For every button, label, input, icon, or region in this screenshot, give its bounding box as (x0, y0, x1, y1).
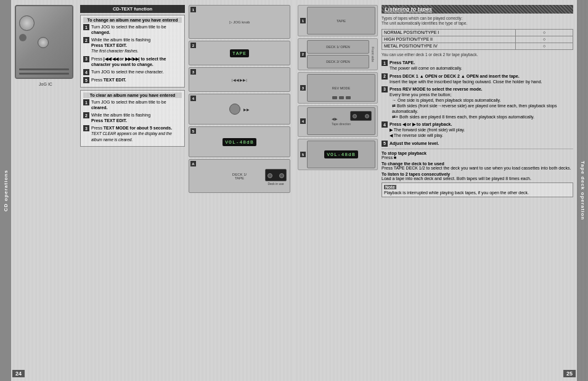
tape-step-num-4: 4 (382, 121, 388, 128)
stop-tape-title: To stop tape playback (382, 151, 573, 155)
step-1b: 1 Turn JOG to select the album title to … (83, 99, 182, 110)
tape-diag-row-2: 2 DECK 1/ OPEN DECK 2/ OPEN Front side (298, 38, 378, 70)
tape-step-text-1: Press TAPE. The power will come on autom… (390, 60, 462, 71)
listen-consecutive-section: To listen to 2 tapes consecutively Load … (382, 172, 573, 181)
tape-diag-device-5: VOL-48dB (307, 141, 375, 168)
step-text-5a: Press TEXT EDIT. (91, 77, 126, 83)
change-album-box: To change an album name you have entered… (80, 15, 185, 88)
change-deck-title: To change the deck to be used (382, 162, 573, 166)
cd-diag-badge-2: 2 (190, 43, 196, 48)
cd-diag-1: 1 ▷ JOG knob (189, 5, 290, 39)
step-num-1a: 1 (83, 24, 89, 30)
note-title: Note (384, 185, 396, 189)
stop-tape-section: To stop tape playback Press ■ (382, 151, 573, 160)
tape-diag-row-5: 5 VOL-48dB (298, 139, 378, 170)
tape-diag-device-3: REV MODE (307, 74, 375, 102)
step-3a: 3 Press |◀◀/◀◀ or ▶▶/▶▶| to select the c… (83, 56, 182, 67)
tape-step-num-1: 1 (382, 60, 388, 66)
step-text-2b: While the album title is flashing Press … (91, 112, 150, 123)
tape-diag-row-3: 3 REV MODE (298, 72, 378, 104)
step-text-1b: Turn JOG to select the album title to be… (91, 99, 182, 110)
page-right: 1 TAPE 2 DECK 1/ OPEN DECK 2/ OPEN Front… (294, 0, 588, 381)
page-number-left: 24 (12, 370, 25, 377)
step-text-3b: Press TEXT MODE for about 5 seconds. TEX… (91, 125, 182, 142)
tape-display-5: VOL-48dB (324, 150, 357, 158)
cd-diag-badge-1: 1 (190, 7, 196, 12)
step-num-2a: 2 (83, 37, 89, 43)
step-3b: 3 Press TEXT MODE for about 5 seconds. T… (83, 125, 182, 142)
step-num-1b: 1 (83, 99, 89, 105)
tape-diag-row-4: 4 ◀▶ Tape direction (298, 105, 378, 137)
step-5a: 5 Press TEXT EDIT. (83, 77, 182, 83)
tape-step-text-2: Press DECK 1 ▲ OPEN or DECK 2 ▲ OPEN and… (390, 73, 542, 84)
tape-header: Listening to tapes (382, 5, 573, 14)
tape-step-num-2: 2 (382, 73, 388, 80)
step-num-2b: 2 (83, 112, 89, 118)
right-sidebar: Tape deck operation (577, 0, 588, 381)
step-1a: 1 Turn JOG to select the album title to … (83, 24, 182, 35)
tape-symbol-3: ○ (516, 43, 573, 49)
front-side-label: Front side (370, 47, 375, 62)
step-2b: 2 While the album title is flashing Pres… (83, 112, 182, 123)
left-sidebar: CD operations (0, 0, 11, 381)
tape-step-1: 1 Press TAPE. The power will come on aut… (382, 60, 573, 71)
cd-diag-badge-4: 4 (190, 96, 196, 101)
stop-tape-text: Press ■ (382, 155, 573, 160)
step-num-5a: 5 (83, 77, 89, 83)
listen-text: Load a tape into each deck and select. B… (382, 176, 573, 181)
deck-in-use-label: Deck in use (265, 182, 287, 186)
cd-diag-2: 2 TAPE (189, 41, 290, 65)
change-album-title: To change an album name you have entered (83, 17, 182, 23)
tape-instructions-column: Listening to tapes Types of tapes which … (382, 5, 573, 376)
step-num-4a: 4 (83, 69, 89, 75)
change-deck-text: Press TAPE DECK 1/2 to select the deck y… (382, 166, 573, 170)
step-text-3a: Press |◀◀/◀◀ or ▶▶/▶▶| to select the cha… (91, 56, 182, 67)
tape-type-row-2: HIGH POSITION/TYPE II ○ (382, 36, 573, 43)
tape-operations-label: Tape deck operation (580, 161, 586, 220)
step-text-2a: While the album title is flashing Press … (91, 37, 150, 54)
cd-display-2: TAPE (230, 49, 249, 57)
clear-album-title: To clear an album name you have entered (83, 92, 182, 98)
tape-diag-label-1: TAPE (337, 19, 346, 23)
cd-diag-badge-a: A (190, 161, 196, 166)
note-text: Playback is interrupted while playing ba… (384, 190, 529, 195)
tape-diag-num-5: 5 (300, 152, 306, 157)
tape-diag-row-1: 1 TAPE (298, 5, 378, 36)
tape-diag-num-1: 1 (300, 18, 306, 23)
step-2a: 2 While the album title is flashing Pres… (83, 37, 182, 54)
tape-step-4: 4 Press ◀ or ▶ to start playback. ▶ The … (382, 121, 573, 138)
tape-step-num-3: 3 (382, 86, 388, 92)
tape-step-text-4: Press ◀ or ▶ to start playback. ▶ The fo… (390, 121, 465, 138)
cd-diag-3: 3 |◀◀ ▶▶| (189, 67, 290, 92)
tape-diag-device-4: ◀▶ Tape direction (307, 107, 375, 135)
note-box: Note Playback is interrupted while playi… (382, 182, 573, 197)
tape-direction-label: Tape direction (332, 122, 351, 126)
tape-step-3: 3 Press REV MODE to select the reverse m… (382, 86, 573, 120)
tape-symbol-1: ○ (516, 29, 573, 36)
cd-diag-badge-3: 3 (190, 69, 196, 75)
tape-diag-num-2: 2 (300, 52, 306, 57)
tape-diag-device-1: TAPE (307, 7, 375, 35)
tape-step-diagrams: 1 TAPE 2 DECK 1/ OPEN DECK 2/ OPEN Front… (298, 5, 378, 376)
step-num-3a: 3 (83, 56, 89, 62)
page-number-right: 25 (563, 370, 576, 377)
step-4a: 4 Turn JOG to select the new character. (83, 69, 182, 75)
tape-diag-deck2: DECK 2/ OPEN (307, 55, 369, 68)
cd-step-diagrams: 1 ▷ JOG knob 2 TAPE 3 |◀◀ ▶▶| 4 ▶▶ (189, 5, 290, 376)
cd-text-header: CD-TEXT function (80, 5, 185, 13)
tape-step-text-3: Press REV MODE to select the reverse mod… (390, 86, 573, 120)
tape-type-row-1: NORMAL POSITION/TYPE I ○ (382, 29, 573, 36)
tape-diag-deck1: DECK 1/ OPEN (307, 40, 369, 54)
tape-diag-num-4: 4 (300, 118, 306, 124)
tape-type-3: METAL POSITION/TYPE IV (382, 43, 516, 49)
tape-type-row-3: METAL POSITION/TYPE IV ○ (382, 43, 573, 49)
rev-mode-label: REV MODE (332, 86, 350, 90)
tape-type-1: NORMAL POSITION/TYPE I (382, 29, 516, 36)
tape-step-5: 5 Adjust the volume level. (382, 141, 573, 147)
cd-instructions-column: CD-TEXT function To change an album name… (80, 5, 185, 376)
change-deck-section: To change the deck to be used Press TAPE… (382, 162, 573, 170)
deck-note: You can use either deck 1 or deck 2 for … (382, 52, 573, 57)
tape-symbol-2: ○ (516, 36, 573, 43)
page-left: CD operations JoG IC CD-TEXT function To… (0, 0, 294, 381)
cd-device-image (15, 5, 73, 79)
